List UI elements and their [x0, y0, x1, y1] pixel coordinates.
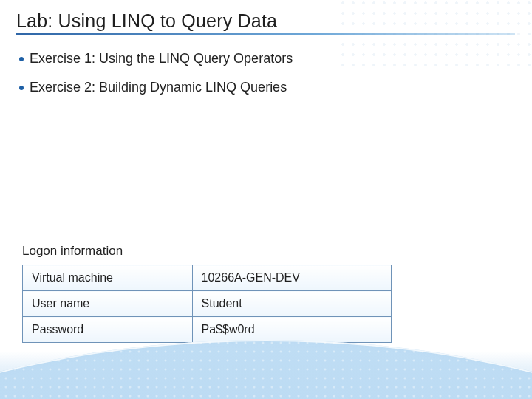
- slide-title: Lab: Using LINQ to Query Data: [16, 10, 532, 32]
- table-row: Virtual machine 10266A-GEN-DEV: [23, 265, 392, 291]
- bullet-dot-icon: [19, 86, 24, 90]
- logon-heading: Logon information: [22, 244, 392, 259]
- logon-value: Student: [192, 291, 391, 317]
- slide: Lab: Using LINQ to Query Data Exercise 1…: [0, 0, 532, 399]
- table-row: User name Student: [23, 291, 392, 317]
- logon-table: Virtual machine 10266A-GEN-DEV User name…: [22, 265, 392, 343]
- table-row: Password Pa$$w0rd: [23, 317, 392, 343]
- list-item: Exercise 2: Building Dynamic LINQ Querie…: [19, 80, 532, 95]
- logon-label: Password: [23, 317, 193, 343]
- logon-label: Virtual machine: [23, 265, 193, 291]
- logon-value: Pa$$w0rd: [192, 317, 391, 343]
- list-item: Exercise 1: Using the LINQ Query Operato…: [19, 51, 532, 66]
- logon-block: Logon information Virtual machine 10266A…: [22, 244, 392, 343]
- logon-label: User name: [23, 291, 193, 317]
- title-block: Lab: Using LINQ to Query Data: [0, 0, 532, 35]
- bullet-text: Exercise 1: Using the LINQ Query Operato…: [30, 51, 293, 66]
- bullet-text: Exercise 2: Building Dynamic LINQ Querie…: [30, 80, 287, 95]
- bullet-dot-icon: [19, 57, 24, 61]
- logon-value: 10266A-GEN-DEV: [192, 265, 391, 291]
- decorative-arc: [0, 340, 532, 399]
- bullet-list: Exercise 1: Using the LINQ Query Operato…: [0, 35, 532, 95]
